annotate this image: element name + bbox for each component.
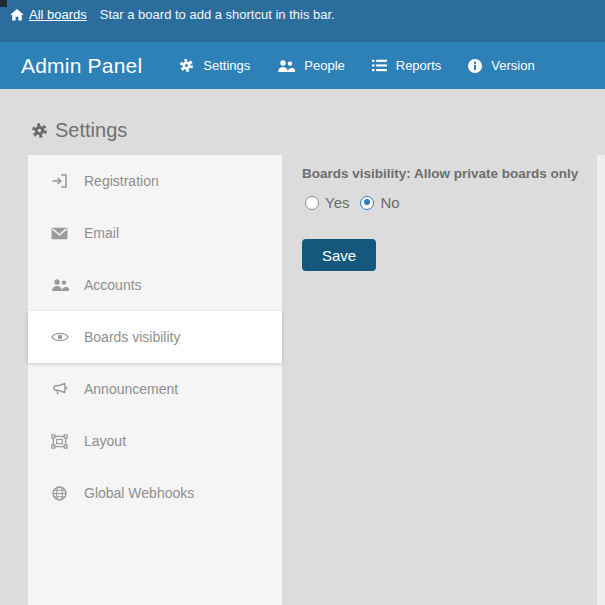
shortcut-hint: Star a board to add a shortcut in this b… <box>100 7 335 22</box>
page-title-label: Settings <box>55 119 127 142</box>
nav-version-label: Version <box>491 58 534 73</box>
info-icon <box>468 59 482 73</box>
app-title: Admin Panel <box>21 54 142 78</box>
home-icon <box>10 9 24 21</box>
nav-version[interactable]: Version <box>468 58 534 73</box>
radio-yes-label: Yes <box>325 194 349 211</box>
boards-visibility-panel: Boards visibility: Allow private boards … <box>302 155 584 271</box>
page-title: Settings <box>31 119 127 142</box>
sidebar-item-email[interactable]: Email <box>28 207 282 259</box>
corner-square <box>0 0 7 7</box>
radio-yes-circle[interactable] <box>305 196 319 210</box>
shortcut-bar: All boards Star a board to add a shortcu… <box>0 0 605 42</box>
envelope-icon <box>50 227 69 240</box>
sidebar-item-global-webhooks[interactable]: Global Webhooks <box>28 467 282 519</box>
radio-option-yes[interactable]: Yes <box>305 194 349 211</box>
next-panel-edge <box>597 155 605 605</box>
nav-people[interactable]: People <box>277 58 344 73</box>
sidebar-item-accounts[interactable]: Accounts <box>28 259 282 311</box>
radio-no-label: No <box>380 194 399 211</box>
visibility-radio-group: Yes No <box>302 194 584 211</box>
sidebar-item-layout[interactable]: Layout <box>28 415 282 467</box>
admin-navbar: Admin Panel Settings People <box>0 42 605 89</box>
radio-option-no[interactable]: No <box>360 194 399 211</box>
settings-sidebar: Registration Email Accounts <box>28 155 282 605</box>
globe-icon <box>50 486 69 501</box>
users-icon <box>50 278 69 292</box>
sidebar-item-label: Accounts <box>84 277 142 293</box>
nav-reports[interactable]: Reports <box>372 58 442 73</box>
nav-settings[interactable]: Settings <box>179 58 250 73</box>
all-boards-label: All boards <box>29 7 87 22</box>
sidebar-item-label: Registration <box>84 173 159 189</box>
sidebar-item-label: Announcement <box>84 381 178 397</box>
nav-settings-label: Settings <box>203 58 250 73</box>
sidebar-item-boards-visibility[interactable]: Boards visibility <box>28 311 282 363</box>
gear-icon <box>179 58 194 73</box>
list-icon <box>372 59 387 72</box>
eye-icon <box>50 331 69 343</box>
sign-in-icon <box>50 174 69 188</box>
section-heading: Boards visibility: Allow private boards … <box>302 166 584 181</box>
bullhorn-icon <box>50 382 69 396</box>
layout-icon <box>50 434 69 449</box>
sidebar-item-announcement[interactable]: Announcement <box>28 363 282 415</box>
people-icon <box>277 59 295 73</box>
sidebar-item-label: Boards visibility <box>84 329 180 345</box>
gear-icon <box>31 122 48 139</box>
radio-no-circle[interactable] <box>360 196 374 210</box>
sidebar-item-label: Email <box>84 225 119 241</box>
nav-reports-label: Reports <box>396 58 442 73</box>
nav-people-label: People <box>304 58 344 73</box>
all-boards-link[interactable]: All boards <box>10 7 87 22</box>
save-button[interactable]: Save <box>302 239 376 271</box>
sidebar-item-registration[interactable]: Registration <box>28 155 282 207</box>
sidebar-item-label: Layout <box>84 433 126 449</box>
sidebar-item-label: Global Webhooks <box>84 485 194 501</box>
